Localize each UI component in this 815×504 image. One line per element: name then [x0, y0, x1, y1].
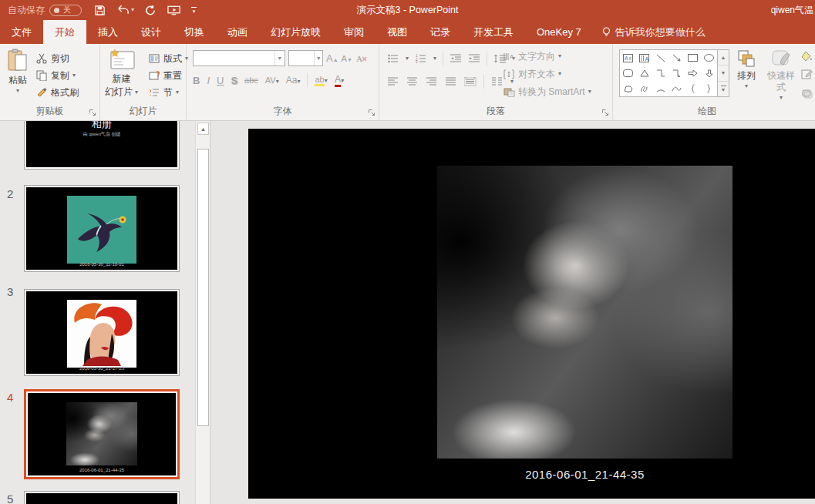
tab-developer[interactable]: 开发工具: [462, 20, 525, 44]
font-size-combo[interactable]: ▾: [288, 50, 323, 66]
align-right-icon[interactable]: [426, 76, 438, 88]
tab-transitions[interactable]: 切换: [173, 20, 216, 44]
font-name-combo[interactable]: ▾: [193, 50, 285, 66]
slide-photo[interactable]: [437, 166, 732, 459]
strikethrough-button[interactable]: abc: [244, 76, 258, 85]
shape-gallery-scrollbar[interactable]: ▲ ▼ ▼: [718, 49, 729, 97]
tab-view[interactable]: 视图: [376, 20, 419, 44]
columns-icon[interactable]: [491, 76, 503, 88]
tab-home[interactable]: 开始: [43, 20, 86, 44]
numbering-dropdown-icon[interactable]: ▾: [433, 55, 436, 62]
smartart-dropdown-icon[interactable]: ▾: [588, 89, 591, 95]
tab-onekey7[interactable]: OneKey 7: [525, 20, 593, 44]
copy-dropdown-icon[interactable]: ▾: [72, 72, 76, 79]
grow-font-button[interactable]: A▲: [326, 52, 338, 64]
autosave-toggle[interactable]: 关: [49, 5, 82, 16]
copy-button[interactable]: 复制 ▾: [35, 69, 79, 82]
format-painter-button[interactable]: 格式刷: [35, 86, 79, 99]
slide-2-thumbnail[interactable]: 2016-05-30_11-10-01: [24, 185, 180, 272]
scrollbar-thumb[interactable]: [197, 149, 209, 426]
new-slide-button[interactable]: 新建 幻灯片 ▾: [105, 49, 138, 98]
save-icon[interactable]: [94, 5, 106, 16]
undo-icon[interactable]: ▾: [116, 5, 134, 15]
cut-button[interactable]: 剪切: [35, 52, 79, 66]
italic-button[interactable]: I: [207, 75, 210, 86]
convert-smartart-button[interactable]: 转换为 SmartArt ▾: [503, 85, 591, 99]
tab-insert[interactable]: 插入: [86, 20, 130, 44]
change-case-button[interactable]: Aa▾: [286, 75, 301, 86]
shape-outline-icon[interactable]: [800, 69, 813, 81]
decrease-indent-icon[interactable]: [450, 52, 462, 65]
thumbnail-scrollbar[interactable]: ▲: [195, 121, 210, 504]
shape-gallery-more-icon[interactable]: ▼: [718, 82, 729, 96]
shape-effects-icon[interactable]: [800, 87, 813, 99]
text-direction-dropdown-icon[interactable]: ▾: [558, 53, 561, 59]
customize-qat-icon[interactable]: ▾: [191, 7, 197, 14]
align-text-button[interactable]: 对齐文本 ▾: [503, 67, 591, 81]
layout-button[interactable]: 版式 ▾: [148, 52, 188, 66]
font-color-button[interactable]: A▾: [335, 73, 345, 87]
underline-button[interactable]: U: [217, 75, 224, 86]
paste-dropdown-icon[interactable]: ▾: [16, 88, 19, 94]
justify-icon[interactable]: [445, 76, 457, 88]
new-slide-dropdown-icon[interactable]: ▾: [135, 89, 138, 96]
shape-scroll-down-icon[interactable]: ▼: [718, 66, 729, 81]
font-dialog-launcher[interactable]: [368, 109, 376, 117]
slide-3-thumbnail[interactable]: 2016-05-30_21-27-23: [24, 289, 180, 376]
svg-text:3: 3: [416, 60, 418, 63]
undo-dropdown-icon[interactable]: ▾: [131, 7, 134, 13]
bullets-dropdown-icon[interactable]: ▾: [406, 55, 409, 62]
slide-1-thumbnail[interactable]: 相册 由 qiwen气温 创建: [24, 121, 180, 170]
clipboard-dialog-launcher[interactable]: [89, 109, 97, 117]
account-user-name[interactable]: qiwen气温: [771, 0, 813, 20]
quick-styles-dropdown-icon[interactable]: ▾: [780, 95, 783, 101]
numbering-icon[interactable]: 123: [415, 52, 427, 65]
shape-gallery[interactable]: A A: [619, 49, 718, 97]
shape-fill-icon[interactable]: [800, 50, 813, 62]
tab-review[interactable]: 审阅: [332, 20, 376, 44]
shrink-font-button[interactable]: A▼: [342, 54, 352, 63]
section-button[interactable]: 节 ▾: [148, 86, 188, 99]
clear-formatting-icon[interactable]: A: [355, 52, 368, 65]
quick-styles-button[interactable]: 快速样式 ▾: [764, 49, 798, 101]
font-size-dropdown-icon[interactable]: ▾: [314, 51, 322, 66]
highlight-color-button[interactable]: ab▾: [315, 75, 327, 86]
arrange-button[interactable]: 排列 ▾: [730, 49, 763, 89]
font-name-dropdown-icon[interactable]: ▾: [274, 51, 285, 66]
font-size-input[interactable]: [289, 51, 314, 66]
tab-slideshow[interactable]: 幻灯片放映: [259, 20, 332, 44]
autosave-control[interactable]: 自动保存 关: [8, 4, 82, 17]
tell-me-box[interactable]: 告诉我你想要做什么: [593, 20, 715, 44]
font-name-input[interactable]: [194, 51, 274, 66]
increase-indent-icon[interactable]: [468, 52, 480, 65]
workspace: 相册 由 qiwen气温 创建 2 2016-05-30_11-10-01 3 …: [0, 121, 815, 504]
tab-file[interactable]: 文件: [0, 20, 43, 44]
tab-design[interactable]: 设计: [130, 20, 173, 44]
section-dropdown-icon[interactable]: ▾: [176, 89, 179, 96]
current-slide-canvas[interactable]: 2016-06-01_21-44-35: [248, 129, 815, 499]
bullets-icon[interactable]: [387, 52, 399, 65]
new-slide-label-2: 幻灯片: [105, 86, 133, 98]
align-center-icon[interactable]: [406, 76, 419, 88]
arrange-dropdown-icon[interactable]: ▾: [745, 83, 748, 89]
paste-button[interactable]: 粘贴 ▾: [6, 49, 29, 94]
character-spacing-button[interactable]: AV▾: [265, 76, 279, 85]
slide-caption-text[interactable]: 2016-06-01_21-44-35: [437, 468, 732, 481]
reset-button[interactable]: 重置: [148, 69, 188, 82]
distribute-text-icon[interactable]: [464, 76, 477, 88]
shape-oval-icon: [704, 54, 714, 62]
text-direction-button[interactable]: A 文字方向 ▾: [503, 49, 591, 63]
scroll-up-icon[interactable]: ▲: [197, 123, 209, 135]
align-text-dropdown-icon[interactable]: ▾: [558, 71, 561, 77]
slide-5-thumbnail[interactable]: [24, 491, 180, 504]
tab-animations[interactable]: 动画: [216, 20, 259, 44]
shape-scroll-up-icon[interactable]: ▲: [718, 50, 729, 66]
align-left-icon[interactable]: [387, 76, 399, 88]
paragraph-dialog-launcher[interactable]: [601, 109, 610, 117]
start-slideshow-icon[interactable]: [167, 5, 180, 16]
redo-icon[interactable]: [145, 5, 157, 16]
text-shadow-button[interactable]: S: [231, 75, 237, 86]
bold-button[interactable]: B: [193, 75, 200, 86]
slide-4-thumbnail[interactable]: 2016-06-01_21-44-35: [24, 389, 180, 479]
tab-record[interactable]: 记录: [419, 20, 462, 44]
